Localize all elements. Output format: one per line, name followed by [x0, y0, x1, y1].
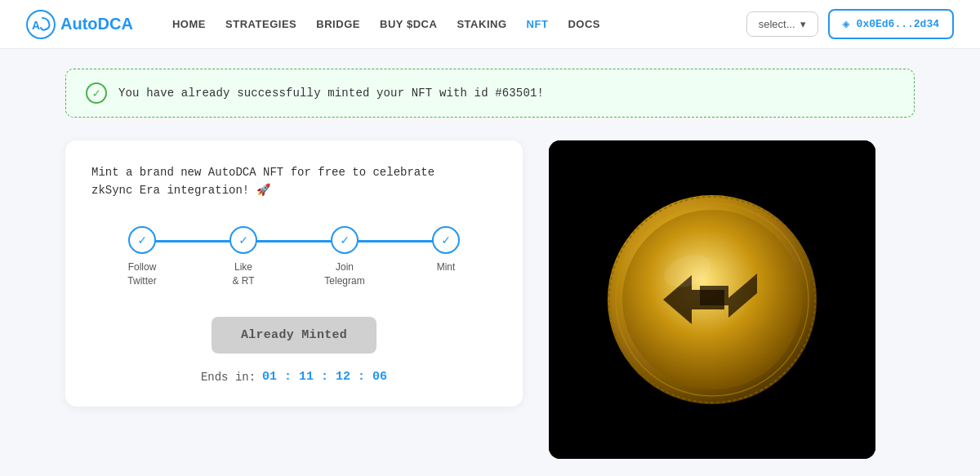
nav-strategies[interactable]: STRATEGIES: [225, 18, 296, 30]
stepper: ✓ FollowTwitter ✓ Like& RT ✓: [91, 226, 497, 288]
step-2-label: Like& RT: [232, 260, 254, 288]
logo-icon: A: [26, 10, 56, 39]
nav-links: HOME STRATEGIES BRIDGE BUY $DCA STAKING …: [172, 18, 720, 30]
step-1-line: [142, 240, 243, 242]
description: Mint a brand new AutoDCA NFT for free to…: [91, 163, 497, 200]
success-message: You have already successfully minted you…: [118, 87, 544, 100]
navbar: A AutoDCA HOME STRATEGIES BRIDGE BUY $DC…: [0, 0, 980, 49]
wallet-button[interactable]: ◈ 0x0Ed6...2d34: [828, 9, 954, 39]
left-panel: Mint a brand new AutoDCA NFT for free to…: [65, 140, 523, 407]
logo-text: AutoDCA: [60, 15, 133, 33]
wallet-icon: ◈: [843, 16, 850, 32]
content-row: Mint a brand new AutoDCA NFT for free to…: [65, 140, 915, 459]
nav-home[interactable]: HOME: [172, 18, 206, 30]
timer-row: Ends in: 01 : 11 : 12 : 06: [91, 370, 497, 384]
chevron-down-icon: ▾: [800, 18, 806, 30]
nav-bridge[interactable]: BRIDGE: [316, 18, 360, 30]
main-content: ✓ You have already successfully minted y…: [0, 49, 980, 476]
step-3-circle: ✓: [331, 226, 359, 254]
step-join-telegram: ✓ JoinTelegram: [294, 226, 395, 288]
nav-nft[interactable]: NFT: [527, 18, 549, 30]
step-mint: ✓ Mint: [395, 226, 497, 274]
step-like-rt: ✓ Like& RT: [193, 226, 294, 288]
svg-text:A: A: [32, 19, 40, 32]
network-select[interactable]: select... ▾: [746, 11, 818, 37]
already-minted-button[interactable]: Already Minted: [212, 317, 376, 354]
nav-buy-dca[interactable]: BUY $DCA: [380, 18, 437, 30]
step-1-circle: ✓: [128, 226, 156, 254]
step-4-circle: ✓: [432, 226, 460, 254]
nav-right: select... ▾ ◈ 0x0Ed6...2d34: [746, 9, 954, 39]
success-icon: ✓: [86, 82, 107, 104]
logo[interactable]: A AutoDCA: [26, 10, 133, 39]
step-4-label: Mint: [437, 260, 456, 274]
step-2-line: [243, 240, 345, 242]
nft-coin: [549, 140, 875, 459]
step-follow-twitter: ✓ FollowTwitter: [91, 226, 193, 288]
success-banner: ✓ You have already successfully minted y…: [65, 69, 915, 118]
step-3-line: [345, 240, 446, 242]
nav-staking[interactable]: STAKING: [457, 18, 506, 30]
step-3-label: JoinTelegram: [324, 260, 364, 288]
timer-value: 01 : 11 : 12 : 06: [262, 370, 387, 384]
nft-image-area: [549, 140, 875, 459]
nft-coin-svg: [598, 185, 826, 414]
step-1-label: FollowTwitter: [127, 260, 156, 288]
nav-docs[interactable]: DOCS: [568, 18, 600, 30]
step-2-circle: ✓: [229, 226, 257, 254]
mint-btn-area: Already Minted: [91, 317, 497, 354]
timer-label: Ends in:: [201, 371, 256, 384]
